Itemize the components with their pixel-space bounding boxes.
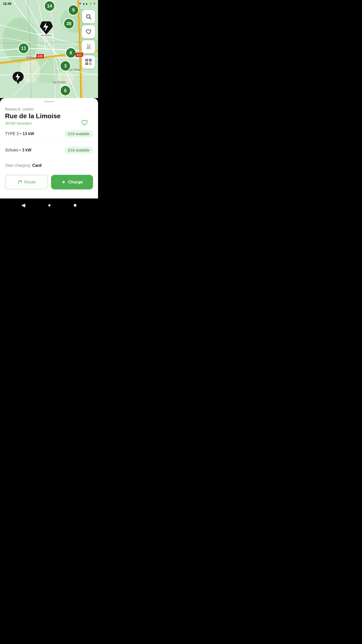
start-charging-method: Card (32, 163, 41, 168)
svg-rect-24 (90, 64, 91, 65)
cluster-marker-3[interactable]: 3 (60, 60, 71, 71)
svg-rect-23 (89, 64, 90, 65)
status-bar: 12:43 ▼ ▲▲ 🔋 4 (0, 0, 98, 7)
route-button-label: Route (24, 180, 36, 185)
svg-rect-21 (89, 63, 90, 63)
charge-icon (61, 180, 66, 185)
status-icons: ▼ ▲▲ 🔋 4 (79, 2, 95, 5)
filter-icon: 🐰 (85, 44, 92, 50)
map-controls: 🐰 (82, 10, 95, 68)
charger-divider (5, 142, 93, 142)
wifi-icon: ▼ (79, 2, 81, 5)
svg-marker-12 (16, 81, 20, 84)
cluster-marker-11[interactable]: 11 (18, 43, 29, 54)
svg-rect-20 (86, 63, 87, 64)
svg-line-14 (90, 18, 91, 19)
cluster-marker-38[interactable]: 38 (63, 18, 74, 29)
network-label: Reseau E. Leclerc (5, 107, 93, 111)
charge-button[interactable]: Charge (51, 175, 93, 189)
home-button[interactable]: ● (48, 202, 51, 208)
signal-number: 4 (94, 2, 95, 5)
charger-info-schuko: Schuko • 3 kW (5, 148, 31, 152)
bottom-sheet: Reseau E. Leclerc Rue de la Limoise 3610… (0, 98, 98, 198)
charger-power-type2: 13 kW (23, 132, 34, 136)
favorite-button[interactable] (81, 119, 88, 128)
map-area[interactable]: Châteauroux Saint-Amar La Châtre 14 9 38… (0, 0, 98, 98)
separator2: • (20, 148, 21, 152)
filter-button[interactable]: 🐰 (82, 40, 95, 53)
signal-icon: ▲▲ (82, 2, 88, 5)
recent-button[interactable]: ■ (74, 202, 77, 208)
charger-row-schuko: Schuko • 3 kW 2/16 available (5, 147, 93, 154)
favorite-map-button[interactable] (82, 25, 95, 38)
start-charging: Start charging: Card (5, 163, 93, 168)
route-icon (17, 180, 22, 185)
charger-info-type2: TYPE 2 • 13 kW (5, 132, 34, 136)
action-buttons: Route Charge (5, 175, 93, 189)
station-info: Reseau E. Leclerc Rue de la Limoise 3610… (5, 107, 93, 125)
small-station-marker[interactable] (13, 72, 24, 85)
station-address: 36100 Issoudun (5, 121, 93, 125)
route-button[interactable]: Route (5, 175, 48, 189)
svg-rect-19 (90, 60, 91, 61)
sheet-handle (44, 101, 54, 102)
road-badge-a20: A20 (36, 54, 44, 58)
selected-station-marker[interactable]: Issoudun (40, 21, 53, 37)
back-button[interactable]: ◀ (21, 202, 25, 208)
separator1: • (20, 132, 22, 136)
svg-rect-18 (86, 60, 87, 61)
status-time: 12:43 (3, 2, 11, 6)
station-name: Rue de la Limoise (5, 112, 93, 120)
place-label-lachâtre: La Châtre (53, 80, 66, 84)
cluster-marker-6[interactable]: 6 (65, 47, 76, 58)
availability-badge-type2: 2/16 available (64, 130, 93, 137)
svg-rect-22 (90, 63, 91, 63)
cluster-marker-6b[interactable]: 6 (60, 85, 71, 96)
availability-badge-schuko: 2/16 available (64, 147, 93, 154)
search-button[interactable] (82, 10, 95, 23)
charger-row-type2: TYPE 2 • 13 kW 2/16 available (5, 130, 93, 137)
start-charging-label: Start charging: (5, 163, 31, 168)
spacer (5, 158, 93, 163)
qr-button[interactable] (82, 55, 95, 68)
battery-icon: 🔋 (89, 2, 93, 5)
charge-button-label: Charge (68, 180, 83, 185)
charger-power-schuko: 3 kW (22, 148, 31, 152)
svg-marker-25 (62, 180, 65, 184)
nav-bar: ◀ ● ■ (0, 198, 98, 212)
